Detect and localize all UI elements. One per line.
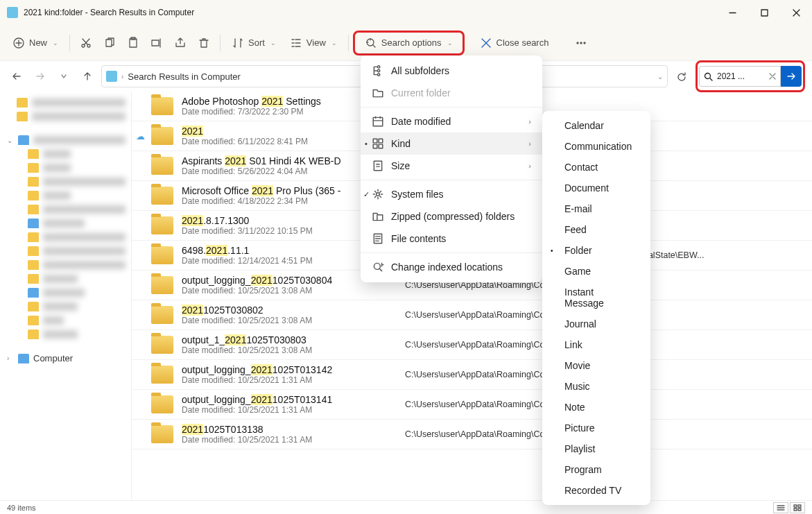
kind-item-movie[interactable]: Movie xyxy=(542,355,650,376)
svg-point-19 xyxy=(377,74,379,76)
recent-button[interactable] xyxy=(54,67,74,86)
breadcrumb[interactable]: Search Results in Computer xyxy=(128,71,241,82)
sidebar-item[interactable] xyxy=(0,286,131,300)
result-row[interactable]: 20211025T013138Date modified: 10/25/2021… xyxy=(132,420,812,449)
details-view-button[interactable] xyxy=(773,502,788,513)
sidebar-item[interactable] xyxy=(0,258,131,272)
kind-item-picture[interactable]: Picture xyxy=(542,418,650,438)
close-search-button[interactable]: Close search xyxy=(473,33,556,53)
svg-rect-22 xyxy=(379,139,383,143)
kind-item-game[interactable]: Game xyxy=(542,261,650,282)
kind-item-program[interactable]: Program xyxy=(542,459,650,480)
svg-rect-16 xyxy=(798,508,801,511)
svg-point-17 xyxy=(377,66,379,68)
menu-item-current-folder[interactable]: Current folder xyxy=(361,82,542,104)
sort-button[interactable]: Sort ⌄ xyxy=(225,33,283,53)
sidebar-item[interactable] xyxy=(0,161,131,175)
expand-icon[interactable]: › xyxy=(7,354,14,362)
sidebar-item[interactable] xyxy=(0,216,131,230)
view-button[interactable]: View ⌄ xyxy=(283,33,344,53)
forward-button[interactable] xyxy=(31,67,50,86)
svg-rect-14 xyxy=(798,505,801,507)
kind-item-document[interactable]: Document xyxy=(542,178,650,198)
result-row[interactable]: output_1_20211025T030803Date modified: 1… xyxy=(132,330,812,360)
expand-icon[interactable]: ⌄ xyxy=(7,137,14,144)
rename-button[interactable] xyxy=(145,33,169,53)
result-row[interactable]: 20211025T030802Date modified: 10/25/2021… xyxy=(132,300,812,330)
sidebar-item[interactable] xyxy=(0,147,131,161)
kind-item-calendar[interactable]: Calendar xyxy=(542,115,650,136)
chevron-down-icon: ⌄ xyxy=(270,40,276,46)
minimize-button[interactable] xyxy=(716,0,748,25)
kind-item-journal[interactable]: Journal xyxy=(542,314,650,334)
back-button[interactable] xyxy=(7,67,26,86)
menu-item-size[interactable]: Size› xyxy=(361,155,542,177)
kind-item-contact[interactable]: Contact xyxy=(542,157,650,178)
delete-button[interactable] xyxy=(192,33,216,53)
menu-item-all-subfolders[interactable]: All subfolders xyxy=(361,60,542,82)
share-button[interactable] xyxy=(169,33,192,53)
trash-icon xyxy=(198,37,210,49)
sidebar-item[interactable] xyxy=(0,300,131,314)
close-button[interactable] xyxy=(780,0,812,25)
kind-item-recorded-tv[interactable]: Recorded TV xyxy=(542,480,650,501)
refresh-button[interactable] xyxy=(672,67,691,86)
icons-view-button[interactable] xyxy=(790,502,805,513)
sidebar-item[interactable] xyxy=(0,244,131,258)
search-icon xyxy=(704,72,713,81)
folder-icon xyxy=(151,395,173,413)
sidebar-item[interactable] xyxy=(0,314,131,327)
result-info: 20211025T030802Date modified: 10/25/2021… xyxy=(182,305,397,325)
kind-item-e-mail[interactable]: E-mail xyxy=(542,198,650,219)
sidebar-item[interactable] xyxy=(0,230,131,244)
kind-item-folder[interactable]: •Folder xyxy=(542,240,650,261)
kind-item-feed[interactable]: Feed xyxy=(542,219,650,240)
sidebar-item[interactable]: ⌄ xyxy=(0,133,131,147)
sidebar-item[interactable] xyxy=(0,175,131,189)
search-input-container[interactable]: 2021 ... xyxy=(699,66,781,87)
paste-button[interactable] xyxy=(121,33,145,53)
menu-item-change-indexed[interactable]: Change indexed locations xyxy=(361,256,542,278)
up-button[interactable] xyxy=(78,67,97,86)
location-icon xyxy=(106,71,117,82)
menu-item-file-contents[interactable]: File contents xyxy=(361,228,542,250)
maximize-button[interactable] xyxy=(748,0,780,25)
result-date: Date modified: 10/25/2021 3:08 AM xyxy=(182,316,397,325)
result-row[interactable]: output_logging_20211025T013142Date modif… xyxy=(132,360,812,390)
new-button[interactable]: New ⌄ xyxy=(6,33,65,53)
menu-item-date-modified[interactable]: Date modified› xyxy=(361,110,542,132)
sidebar-item-computer[interactable]: ›Computer xyxy=(0,351,131,366)
menu-item-kind[interactable]: •Kind› xyxy=(361,132,542,155)
sidebar-item[interactable] xyxy=(0,327,131,341)
kind-item-link[interactable]: Link xyxy=(542,334,650,355)
sidebar-item[interactable] xyxy=(0,96,131,110)
more-button[interactable] xyxy=(569,33,593,53)
sidebar-item[interactable] xyxy=(0,110,131,123)
kind-item-note[interactable]: Note xyxy=(542,397,650,418)
close-search-label: Close search xyxy=(496,37,549,48)
blurred-label xyxy=(43,191,71,200)
sidebar-item[interactable] xyxy=(0,189,131,203)
menu-item-zipped[interactable]: Zipped (compressed) folders xyxy=(361,205,542,228)
kind-item-communication[interactable]: Communication xyxy=(542,136,650,157)
menu-item-system-files[interactable]: ✓System files xyxy=(361,183,542,205)
kind-item-music[interactable]: Music xyxy=(542,376,650,397)
gear-icon xyxy=(372,188,384,200)
sidebar-item[interactable] xyxy=(0,203,131,216)
kind-item-playlist[interactable]: Playlist xyxy=(542,438,650,459)
folder-icon xyxy=(151,246,173,264)
title-bar: 2021 kind:folder - Search Results in Com… xyxy=(0,0,812,25)
copy-button[interactable] xyxy=(98,33,121,53)
kind-item-instant-message[interactable]: Instant Message xyxy=(542,282,650,314)
result-row[interactable]: output_logging_20211025T013141Date modif… xyxy=(132,390,812,420)
chevron-down-icon[interactable]: ⌄ xyxy=(657,73,663,80)
menu-separator xyxy=(361,252,542,253)
search-options-button[interactable]: Search options ⌄ xyxy=(353,31,465,55)
index-icon xyxy=(372,261,384,273)
blurred-label xyxy=(43,275,78,283)
cut-button[interactable] xyxy=(74,33,98,53)
sidebar-item[interactable] xyxy=(0,272,131,286)
clear-search-icon[interactable] xyxy=(769,73,776,80)
search-go-button[interactable] xyxy=(781,66,802,87)
search-query[interactable]: 2021 ... xyxy=(717,71,765,81)
